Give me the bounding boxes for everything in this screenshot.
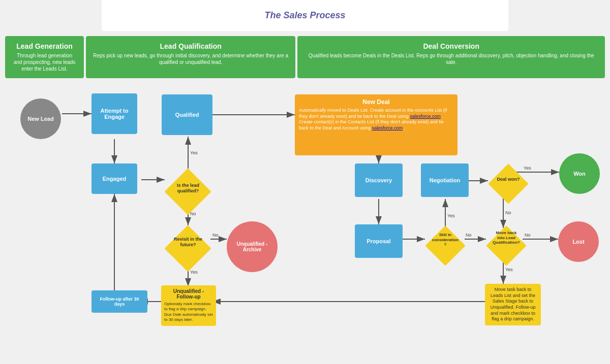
node-move-back-lq: Move backinto LeadQualification? — [486, 225, 527, 266]
svg-text:No: No — [212, 233, 219, 238]
node-is-lead-qualified: Is the leadqualified? — [165, 169, 211, 215]
node-move-back-desc: Move task back to Leads List and set the… — [485, 284, 541, 325]
phase-lead-generation: Lead Generation Through lead generation … — [5, 36, 84, 78]
new-deal-title: New Deal — [299, 98, 453, 106]
header: The Sales Process — [102, 0, 508, 31]
node-lost: Lost — [558, 221, 599, 262]
node-proposal: Proposal — [355, 224, 403, 258]
node-still-consideration: Still inconsideration? — [425, 225, 466, 266]
page-title: The Sales Process — [264, 10, 345, 21]
svg-text:Yes: Yes — [190, 150, 198, 155]
node-unqualified-followup: Unqualified - Follow-up Optionally mark … — [161, 285, 216, 326]
node-revisit-future: Revisit in thefuture? — [165, 225, 211, 272]
phase-lead-qual-desc: Reps pick up new leads, go through initi… — [93, 52, 288, 65]
svg-text:Yes: Yes — [447, 213, 455, 218]
phase-lead-qual-title: Lead Qualification — [93, 42, 288, 50]
svg-text:No: No — [505, 210, 511, 215]
phase-lead-gen-desc: Through lead generation and prospecting,… — [12, 52, 77, 72]
node-engaged: Engaged — [92, 163, 137, 194]
node-new-deal: New Deal Automatically moved to Deals Li… — [295, 94, 458, 155]
phase-deal-conversion: Deal Conversion Qualified leads become D… — [297, 36, 605, 78]
flow-diagram: Yes No No Yes Yes — [5, 83, 605, 364]
svg-text:Yes: Yes — [505, 267, 513, 272]
node-discovery: Discovery — [355, 163, 403, 197]
new-deal-desc: Automatically moved to Deals List. Creat… — [299, 108, 453, 131]
node-attempt-to-engage: Attempt to Engage — [92, 93, 137, 134]
phases-bar: Lead Generation Through lead generation … — [5, 36, 605, 78]
node-qualified: Qualified — [162, 94, 212, 135]
phase-deal-conv-title: Deal Conversion — [304, 42, 598, 50]
new-deal-link1[interactable]: salesforce.com — [410, 114, 441, 119]
phase-lead-gen-title: Lead Generation — [12, 42, 77, 50]
new-deal-link2[interactable]: salesforce.com — [372, 125, 403, 130]
phase-deal-conv-desc: Qualified leads become Deals in the Deal… — [304, 52, 598, 65]
node-won: Won — [559, 153, 600, 194]
svg-text:No: No — [466, 233, 472, 238]
node-deal-won: Deal won? — [488, 163, 529, 204]
node-negotiation: Negotiation — [421, 163, 469, 197]
node-new-lead: New Lead — [20, 98, 61, 139]
node-unqualified-archive: Unqualified - Archive — [227, 221, 278, 272]
phase-lead-qualification: Lead Qualification Reps pick up new lead… — [86, 36, 295, 78]
page: The Sales Process Lead Generation Throug… — [0, 0, 610, 364]
node-followup-30-days: Follow-up after 30 days — [92, 290, 147, 313]
